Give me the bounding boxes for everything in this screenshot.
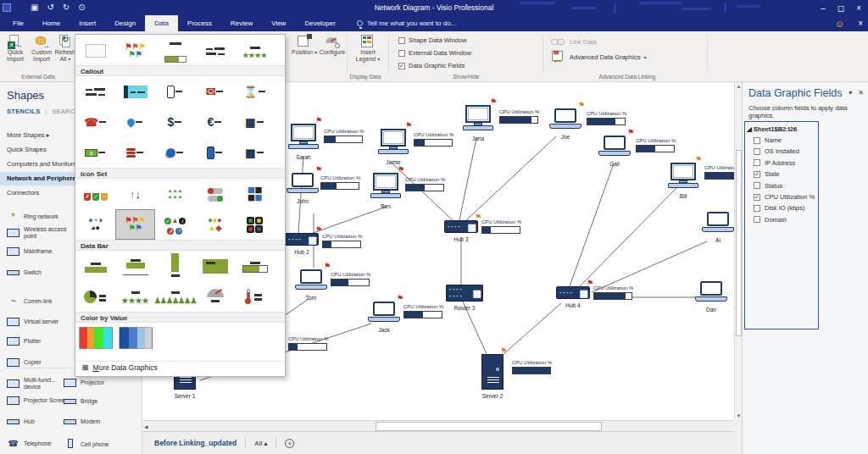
button-refresh-all[interactable]: ↻RefreshAll ▾ bbox=[54, 34, 76, 63]
button-advanced-data-graphics[interactable]: ✉Advanced Data Graphics▾ bbox=[551, 51, 646, 63]
blue-scale[interactable] bbox=[115, 323, 155, 353]
all-pages-button[interactable]: All ▴ bbox=[254, 440, 267, 447]
cpu-utilization-checkbox[interactable]: ✓ bbox=[754, 194, 760, 201]
box-data-bar[interactable] bbox=[195, 251, 235, 281]
tree-expander-icon[interactable]: ◢ bbox=[747, 125, 754, 133]
field-name[interactable]: Name bbox=[754, 136, 782, 144]
euro-callout[interactable]: € bbox=[195, 107, 235, 137]
shape-ring-network[interactable]: *Ring network bbox=[7, 210, 81, 223]
tab-developer[interactable]: Developer bbox=[295, 15, 344, 31]
redo-icon[interactable]: ↻ bbox=[63, 0, 70, 15]
globe-callout[interactable] bbox=[155, 137, 195, 168]
field-cpu-utilization[interactable]: ✓CPU Utilization % bbox=[754, 193, 815, 201]
mobile-callout[interactable] bbox=[155, 76, 195, 107]
shape-copier[interactable]: Copier bbox=[7, 358, 81, 367]
none-graphic[interactable] bbox=[75, 36, 115, 65]
signal-icon-set[interactable]: ▲▲▲▲▲▲ bbox=[155, 179, 195, 209]
save-icon[interactable]: ▣ bbox=[31, 0, 38, 15]
state-checkbox[interactable]: ✓ bbox=[754, 171, 760, 178]
thermometer-data-bar[interactable] bbox=[235, 281, 275, 312]
field-ip-address[interactable]: IP Address bbox=[754, 159, 795, 167]
traffic-light-icon-set[interactable] bbox=[235, 209, 275, 240]
tab-insert[interactable]: Insert bbox=[70, 15, 105, 31]
tab-review[interactable]: Review bbox=[221, 15, 262, 31]
button-link-data[interactable]: Link Data bbox=[551, 36, 597, 47]
node-jana[interactable] bbox=[463, 105, 493, 130]
node-ben[interactable] bbox=[370, 173, 401, 198]
tell-me-box[interactable]: Tell me what you want to do... bbox=[357, 15, 456, 31]
text-preview[interactable] bbox=[195, 36, 235, 65]
vertical-scrollbar[interactable]: ▲ ▼ bbox=[734, 82, 742, 420]
shape-bridge[interactable]: Bridge bbox=[64, 398, 138, 405]
secondary-close-icon[interactable]: × bbox=[858, 19, 863, 28]
vertical-scroll-thumb[interactable] bbox=[736, 150, 742, 336]
node-dan[interactable] bbox=[695, 281, 727, 302]
text-callout[interactable] bbox=[75, 76, 115, 107]
tree-root[interactable]: ◢ Sheet1$B2:I26 bbox=[747, 125, 797, 133]
checkbox-data-graphic-fields[interactable]: ✓Data Graphic Fields bbox=[398, 62, 465, 69]
node-sarah[interactable] bbox=[288, 124, 319, 149]
node-router-3[interactable]: ········▦ bbox=[446, 285, 483, 302]
checkbox-external-data-window[interactable]: External Data Window bbox=[398, 49, 471, 57]
restore-button[interactable]: ◻ bbox=[837, 3, 844, 13]
multicolor-scale[interactable] bbox=[75, 323, 115, 353]
tab-data[interactable]: Data bbox=[145, 15, 178, 31]
people-data-bar[interactable]: ♟♟♟♟♟♟♟ bbox=[155, 281, 195, 312]
node-hub-4[interactable]: ····▦ bbox=[556, 286, 590, 299]
map-pin-callout[interactable] bbox=[115, 107, 155, 137]
disk-io-kbps-checkbox[interactable] bbox=[754, 205, 760, 212]
more-data-graphics-item[interactable]: ▦More Data Graphics bbox=[75, 361, 285, 373]
button-quick-import[interactable]: X→QuickImport bbox=[3, 34, 27, 63]
device-callout[interactable] bbox=[195, 137, 235, 168]
data-graphic-fields-checkbox[interactable]: ✓ bbox=[398, 63, 405, 69]
pie-icon-set[interactable]: ●◔◑◕● bbox=[75, 209, 115, 240]
phone-callout[interactable]: ☎ bbox=[75, 107, 115, 137]
name-checkbox[interactable] bbox=[754, 137, 760, 144]
speedometer-data-bar[interactable] bbox=[195, 281, 235, 312]
databar-preview[interactable] bbox=[155, 36, 195, 65]
button-custom-import[interactable]: →CustomImport bbox=[29, 34, 54, 63]
calendar-callout[interactable]: ▦ bbox=[235, 107, 275, 137]
feedback-smiley-icon[interactable]: ☺ bbox=[835, 19, 844, 29]
minimize-button[interactable]: – bbox=[821, 3, 826, 13]
shape-wireless-access-point[interactable]: Wireless access point bbox=[7, 226, 81, 240]
node-jack[interactable] bbox=[368, 302, 400, 322]
tab-file[interactable]: File bbox=[3, 15, 33, 31]
shape-switch[interactable]: Switch bbox=[7, 269, 81, 276]
shape-cell-phone[interactable]: Cell phone bbox=[64, 439, 138, 450]
progress-data-bar[interactable] bbox=[235, 251, 275, 281]
button-configure[interactable]: Configure bbox=[319, 34, 346, 56]
field-os-installed[interactable]: OS Installed bbox=[754, 147, 799, 155]
vertical-data-bar[interactable] bbox=[155, 251, 195, 281]
touch-mode-icon[interactable]: ⊙ bbox=[78, 0, 85, 15]
pane-close-icon[interactable]: ✕ bbox=[858, 89, 864, 97]
new-page-button[interactable]: + bbox=[285, 439, 294, 448]
star-rating-data-bar[interactable]: ★★★★ bbox=[115, 281, 155, 312]
tab-process[interactable]: Process bbox=[178, 15, 221, 31]
horizontal-scroll-thumb[interactable] bbox=[376, 422, 602, 431]
chip-callout[interactable]: ▩ bbox=[235, 137, 275, 168]
shape-comm-link[interactable]: ~Comm-link bbox=[7, 296, 81, 306]
field-state[interactable]: ✓State bbox=[754, 170, 780, 178]
database-callout[interactable] bbox=[115, 137, 155, 168]
button-position[interactable]: Position ▾ bbox=[292, 34, 317, 56]
grid-icon-set[interactable]: ▦▦▦▦ bbox=[235, 179, 275, 209]
horizontal-data-bar[interactable] bbox=[75, 251, 115, 281]
toggle-icon-set[interactable] bbox=[195, 179, 235, 209]
node-jamie[interactable] bbox=[378, 129, 409, 154]
underline-data-bar[interactable] bbox=[115, 251, 155, 281]
pane-menu-icon[interactable]: ▾ bbox=[849, 89, 852, 97]
scroll-left-arrow[interactable]: ◀ bbox=[144, 424, 148, 429]
node-john[interactable] bbox=[287, 173, 319, 193]
undo-icon[interactable]: ↺ bbox=[47, 0, 53, 15]
horizontal-scrollbar[interactable]: ◀ bbox=[142, 420, 734, 431]
tab-view[interactable]: View bbox=[262, 15, 295, 31]
tab-home[interactable]: Home bbox=[33, 15, 70, 31]
node-bill[interactable] bbox=[668, 163, 698, 188]
node-al[interactable] bbox=[702, 212, 734, 232]
dollar-callout[interactable]: $ bbox=[155, 107, 195, 137]
node-hub-3[interactable]: ····▦ bbox=[444, 220, 478, 233]
os-installed-checkbox[interactable] bbox=[754, 148, 760, 155]
field-domain[interactable]: Domain bbox=[754, 216, 787, 224]
shape-projector[interactable]: Projector bbox=[64, 379, 138, 387]
